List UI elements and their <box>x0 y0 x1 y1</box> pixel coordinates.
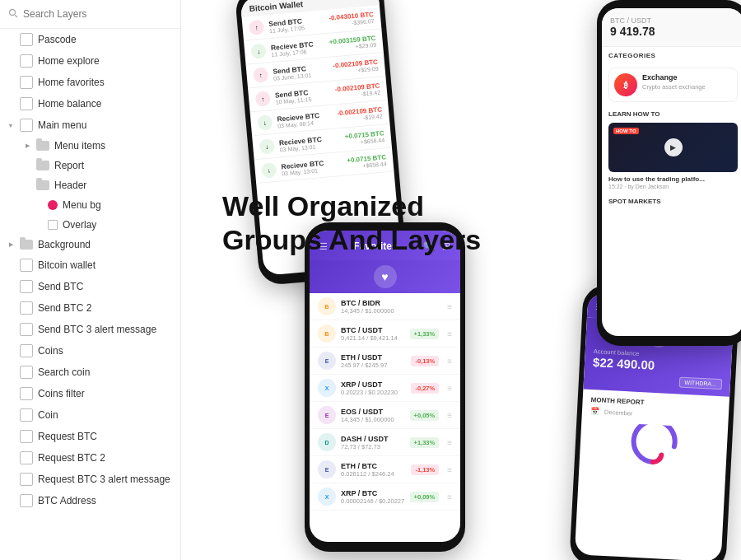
chevron-placeholder <box>23 161 31 170</box>
coin-info: XRP / BTC 0.00002146 / $0.20227 <box>341 489 405 505</box>
tx-type-icon: ↑ <box>249 20 265 36</box>
layer-item[interactable]: Main menu <box>0 114 180 136</box>
layer-item[interactable]: Header <box>0 175 180 195</box>
tx-left: Recieve BTC 03 May, 13:01 <box>279 133 341 152</box>
coin-menu-icon[interactable]: ≡ <box>447 329 452 338</box>
layer-label: Header <box>54 180 86 191</box>
phone2-screen: ☰ Favorites 🔍 ⊞ ♥ B BTC / BIDR 14,345 / … <box>310 231 460 542</box>
layer-label: Pascode <box>38 34 77 45</box>
layer-item[interactable]: Send BTC 2 <box>0 297 180 319</box>
coin-name: ETH / USDT <box>341 353 406 362</box>
coin-menu-icon[interactable]: ≡ <box>447 438 452 447</box>
chevron-placeholder <box>35 201 43 209</box>
coin-row: E ETH / BTC 0.026112 / $246.24 -1,13% ≡ <box>310 456 460 483</box>
pair-label: BTC / USDT <box>610 16 736 25</box>
layer-label: Home favorites <box>38 77 105 88</box>
layer-item[interactable]: Coin <box>0 404 180 426</box>
layer-item[interactable]: Home balance <box>0 93 180 114</box>
layer-item[interactable]: Request BTC 3 alert message <box>0 469 180 490</box>
coin-menu-icon[interactable]: ≡ <box>447 357 452 366</box>
chevron-right-icon <box>23 142 31 150</box>
layer-item[interactable]: Background <box>0 235 180 254</box>
coin-menu-icon[interactable]: ≡ <box>447 411 452 420</box>
learn-label: LEARN HOW TO <box>602 105 741 123</box>
monitor-icon <box>20 119 33 132</box>
layer-item[interactable]: Pascode <box>0 29 180 50</box>
headline: Well Organized Groups And Layers <box>222 189 481 257</box>
layer-item[interactable]: BTC Address <box>0 490 180 511</box>
layer-item[interactable]: Menu bg <box>0 195 180 215</box>
coin-menu-icon[interactable]: ≡ <box>447 302 452 311</box>
rect-icon <box>48 220 58 230</box>
layer-label: Bitcoin wallet <box>38 259 96 271</box>
coin-menu-icon[interactable]: ≡ <box>447 465 452 474</box>
monitor-icon <box>20 451 33 464</box>
tx-right: -0.002109 BTC -$19.42 <box>335 82 381 100</box>
layer-label: Request BTC 2 <box>38 452 105 464</box>
chevron-placeholder <box>7 368 15 376</box>
layer-item[interactable]: Home explore <box>0 50 180 72</box>
layer-label: Overlay <box>63 219 96 231</box>
layer-item[interactable]: Menu items <box>0 136 180 156</box>
layer-label: Menu bg <box>63 199 101 211</box>
video-sub: 15:22 · by Den Jackson <box>608 184 738 189</box>
btc-stat: BTC / USDT 9 419.78 <box>602 8 741 47</box>
chevron-placeholder <box>7 261 15 269</box>
layer-item[interactable]: Coins filter <box>0 383 180 404</box>
layer-item[interactable]: Home favorites <box>0 72 180 93</box>
monitor-icon <box>20 494 33 507</box>
chevron-placeholder <box>7 78 15 86</box>
layer-item[interactable]: Send BTC 3 alert message <box>0 319 180 340</box>
layer-item[interactable]: Search coin <box>0 362 180 383</box>
svg-line-1 <box>15 15 17 17</box>
layer-item[interactable]: Send BTC <box>0 276 180 297</box>
fav-heart-row: ♥ <box>310 260 460 293</box>
sidebar: PascodeHome exploreHome favoritesHome ba… <box>0 0 181 560</box>
coin-price: 245.97 / $245.97 <box>341 362 406 369</box>
coin-name: DASH / USDT <box>341 435 405 443</box>
layer-label: Menu items <box>54 140 105 152</box>
coin-price: 0.026112 / $246.24 <box>341 470 406 478</box>
coin-change-badge: -0,13% <box>411 356 439 366</box>
coin-price: 14,345 / $1.000000 <box>341 307 439 315</box>
chevron-right-icon <box>7 240 15 249</box>
chevron-placeholder <box>7 57 15 65</box>
coin-change-badge: -1,13% <box>411 464 439 475</box>
chevron-placeholder <box>23 181 31 189</box>
layer-item[interactable]: Overlay <box>0 215 180 235</box>
play-button[interactable]: ▶ <box>664 138 683 156</box>
chevron-placeholder <box>7 35 15 44</box>
layer-item[interactable]: Coins <box>0 340 180 362</box>
coin-menu-icon[interactable]: ≡ <box>447 492 452 502</box>
coin-change-badge: +1,33% <box>410 329 440 339</box>
coin-row: B BTC / USDT 9,421.14 / $9,421.14 +1,33%… <box>310 320 460 348</box>
layer-item[interactable]: Bitcoin wallet <box>0 254 180 276</box>
coin-info: ETH / BTC 0.026112 / $246.24 <box>341 462 406 478</box>
coin-menu-icon[interactable]: ≡ <box>447 384 452 393</box>
pink-rect-icon <box>48 200 58 210</box>
search-bar[interactable] <box>0 0 180 29</box>
coin-change-badge: +0,09% <box>410 492 440 502</box>
phone3-content: MONTH REPORT 📅 December <box>579 389 729 476</box>
layer-item[interactable]: Report <box>0 156 180 175</box>
chevron-placeholder <box>35 221 43 229</box>
coin-price: 9,421.14 / $9,421.14 <box>341 334 405 342</box>
layer-item[interactable]: Request BTC <box>0 426 180 447</box>
coin-logo: X <box>318 488 336 506</box>
search-icon <box>8 7 18 21</box>
coin-logo: E <box>318 352 336 370</box>
layer-label: Search coin <box>38 366 90 378</box>
layer-label: Send BTC 2 <box>38 302 91 314</box>
video-title: How to use the trading platfo... <box>608 175 738 183</box>
exchange-logo-icon: ₿ <box>614 73 637 96</box>
withdraw-button[interactable]: WITHDRA... <box>678 376 722 390</box>
exchange-desc: Crypto asset exchange <box>642 83 706 91</box>
phone-favorites: ☰ Favorites 🔍 ⊞ ♥ B BTC / BIDR 14,345 / … <box>305 222 465 552</box>
layer-label: Coins filter <box>38 388 85 399</box>
tx-type-icon: ↓ <box>257 114 273 131</box>
monitor-icon <box>20 54 33 68</box>
layer-item[interactable]: Request BTC 2 <box>0 447 180 469</box>
video-thumbnail[interactable]: HOW TO ▶ <box>608 123 738 172</box>
search-input[interactable] <box>23 8 172 20</box>
coin-row: D DASH / USDT 72,73 / $72.73 +1,33% ≡ <box>310 429 460 456</box>
